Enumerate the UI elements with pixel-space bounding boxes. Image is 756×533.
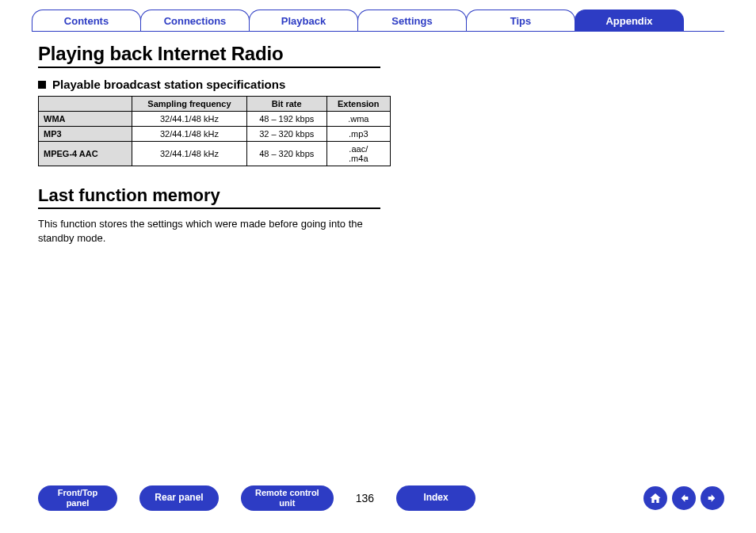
prev-button[interactable] (672, 486, 696, 510)
col-sampling-frequency: Sampling frequency (132, 97, 247, 112)
pill-line1: Front/Top (58, 488, 98, 498)
row-label-wma: WMA (39, 112, 132, 127)
page-number: 136 (356, 492, 374, 504)
section-heading-text: Playable broadcast station specification… (52, 78, 285, 91)
pill-line1: Remote control (255, 488, 319, 498)
home-button[interactable] (643, 486, 667, 510)
index-button[interactable]: Index (396, 485, 475, 511)
spec-table: Sampling frequency Bit rate Extension WM… (38, 96, 391, 166)
tab-contents[interactable]: Contents (32, 10, 141, 31)
col-bit-rate: Bit rate (246, 97, 326, 112)
tab-settings[interactable]: Settings (357, 10, 467, 31)
cell: 32/44.1/48 kHz (132, 127, 247, 142)
cell: .aac/ .m4a (326, 142, 390, 166)
footer-nav: Front/Top panel Rear panel Remote contro… (0, 485, 756, 511)
cell: 48 – 192 kbps (246, 112, 326, 127)
rear-panel-button[interactable]: Rear panel (139, 485, 219, 511)
tab-appendix[interactable]: Appendix (575, 10, 684, 31)
table-row: MPEG-4 AAC 32/44.1/48 kHz 48 – 320 kbps … (39, 142, 391, 166)
home-icon (649, 492, 662, 504)
table-corner-cell (39, 97, 132, 112)
front-top-panel-button[interactable]: Front/Top panel (38, 485, 117, 511)
cell: 48 – 320 kbps (246, 142, 326, 166)
pill-line1: Index (423, 493, 448, 504)
remote-control-unit-button[interactable]: Remote control unit (241, 485, 334, 511)
cell: .mp3 (326, 127, 390, 142)
tab-connections[interactable]: Connections (140, 10, 250, 31)
table-header-row: Sampling frequency Bit rate Extension (39, 97, 391, 112)
table-row: WMA 32/44.1/48 kHz 48 – 192 kbps .wma (39, 112, 391, 127)
cell: 32 – 320 kbps (246, 127, 326, 142)
section-heading-specs: Playable broadcast station specification… (38, 78, 380, 91)
top-tabs: Contents Connections Playback Settings T… (0, 0, 756, 31)
section-title-last-function: Last function memory (38, 185, 380, 209)
nav-icons (643, 486, 724, 510)
arrow-left-icon (678, 492, 690, 504)
col-extension: Extension (326, 97, 390, 112)
page-title: Playing back Internet Radio (38, 43, 380, 68)
pill-line2: panel (67, 498, 90, 508)
tab-playback[interactable]: Playback (249, 10, 358, 31)
row-label-mpeg4aac: MPEG-4 AAC (39, 142, 132, 166)
tab-tips[interactable]: Tips (466, 10, 575, 31)
pill-line1: Rear panel (155, 493, 203, 504)
row-label-mp3: MP3 (39, 127, 132, 142)
cell: .wma (326, 112, 390, 127)
cell: 32/44.1/48 kHz (132, 112, 247, 127)
pill-line2: unit (279, 498, 295, 508)
cell: 32/44.1/48 kHz (132, 142, 247, 166)
body-text: This function stores the settings which … (38, 217, 387, 245)
next-button[interactable] (701, 486, 724, 510)
table-row: MP3 32/44.1/48 kHz 32 – 320 kbps .mp3 (39, 127, 391, 142)
arrow-right-icon (706, 492, 719, 504)
main-content: Playing back Internet Radio Playable bro… (0, 32, 412, 245)
square-bullet-icon (38, 81, 46, 89)
